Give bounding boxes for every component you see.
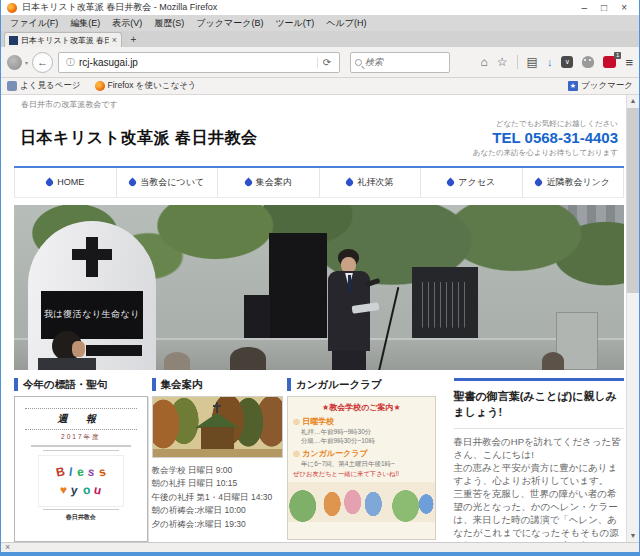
extension-caret-icon[interactable]: ▾ [25, 59, 28, 66]
nav-about[interactable]: 当教会について [117, 168, 219, 197]
menu-history[interactable]: 履歴(S) [149, 16, 189, 31]
nav-church-links[interactable]: 近隣教会リンク [523, 168, 625, 197]
menu-help[interactable]: ヘルプ(H) [321, 16, 371, 31]
url-bar[interactable]: ⓘ ⟳ [58, 52, 340, 73]
nav-leaf-icon [45, 177, 55, 187]
nav-leaf-icon [243, 177, 253, 187]
nav-leaf-icon [345, 177, 355, 187]
sidebar-divider [454, 428, 624, 429]
search-bar[interactable] [350, 52, 450, 73]
extension-icon[interactable] [7, 55, 22, 70]
maximize-button[interactable]: □ [601, 1, 607, 14]
menu-file[interactable]: ファイル(F) [5, 16, 63, 31]
audience-head [164, 352, 190, 370]
bookmark-star-icon[interactable]: ☆ [497, 55, 508, 69]
page-tagline: 春日井市の改革派教会です [21, 99, 624, 110]
tel-number: TEL 0568-31-4403 [473, 129, 618, 148]
schedule-line: 朝の祈祷会:水曜日 10:00 [152, 504, 284, 518]
scroll-down-arrow[interactable]: ▼ [627, 530, 639, 542]
bookmark-most-visited[interactable]: よく見るページ [7, 80, 81, 92]
adblock-badge: 1 [614, 52, 621, 59]
nav-label: 当教会について [140, 176, 204, 189]
nav-leaf-icon [446, 177, 456, 187]
reload-icon[interactable]: ⟳ [317, 57, 336, 68]
menu-hamburger-icon[interactable]: ≡ [625, 55, 633, 70]
menu-tools[interactable]: ツール(T) [270, 16, 319, 31]
art-letter: B [54, 464, 65, 479]
scrollbar-thumb[interactable] [627, 108, 639, 293]
site-header: 日本キリスト改革派 春日井教会 どなたでもお気軽にお越しください TEL 056… [14, 119, 624, 158]
church-school-poster-image: ★教会学校のご案内★ 日曜学校 礼拝…午前9時~9時30分 分級…午前9時30分… [287, 396, 435, 540]
bookmarks-star-icon: ★ [568, 81, 578, 91]
scroll-up-arrow[interactable]: ▲ [627, 95, 639, 107]
schedule-line: 午後の礼拝 第1・4日曜日 14:30 [152, 491, 284, 505]
painted-church-roof [195, 413, 239, 428]
close-button[interactable]: × [621, 1, 627, 14]
folder-icon [7, 81, 17, 91]
white-monument: 我は復活なり生命なり [28, 221, 156, 370]
poster-invite: ぜひお友だちと一緒に来て下さいね!! [293, 470, 429, 479]
schedule-line: 教会学校 日曜日 9:00 [152, 464, 284, 478]
url-input[interactable] [79, 57, 317, 68]
tab-close-icon[interactable]: × [112, 35, 117, 45]
bookmarks-menu-label: ブックマーク [581, 80, 633, 92]
inscribed-stone [412, 267, 478, 343]
browser-window: 日本キリスト改革派 春日井教会 - Mozilla Firefox – □ × … [0, 0, 640, 556]
library-icon[interactable]: ▤ [527, 55, 538, 69]
schedule-line: 朝の礼拝 日曜日 10:15 [152, 477, 284, 491]
cross-icon [72, 249, 112, 260]
adblock-icon[interactable]: 1 [603, 56, 616, 68]
search-input[interactable] [365, 57, 445, 67]
new-tab-button[interactable]: + [124, 33, 143, 47]
bulletin-artwork: B l e s s ♥ y o u [38, 455, 124, 507]
findbar-close-icon[interactable]: × [5, 543, 10, 552]
monument-plaque: 我は復活なり生命なり [41, 291, 143, 339]
speaker-legs [332, 351, 366, 370]
art-letter: u [93, 482, 103, 497]
minimize-button[interactable]: – [582, 1, 588, 14]
site-title: 日本キリスト改革派 春日井教会 [20, 128, 257, 149]
tel-block: どなたでもお気軽にお越しください TEL 0568-31-4403 あなたの来訪… [473, 119, 618, 158]
menu-view[interactable]: 表示(V) [107, 16, 147, 31]
firefox-icon [95, 81, 105, 91]
art-letter: o [82, 482, 91, 497]
menu-edit[interactable]: 編集(E) [65, 16, 105, 31]
tab-favicon-icon [9, 36, 18, 45]
bookmarks-bar: よく見るページ Firefox を使いこなそう ★ ブックマーク [1, 78, 639, 95]
nav-home[interactable]: HOME [14, 168, 117, 197]
bookmark-label: よく見るページ [20, 80, 81, 92]
weekly-bulletin-image: 週 報 2017年度 B l e s s ♥ [14, 396, 148, 542]
bulletin-title: 週 報 [25, 412, 137, 426]
column-kangaroo: カンガルークラブ ★教会学校のご案内★ 日曜学校 礼拝…午前9時~9時30分 分… [287, 378, 435, 540]
back-button[interactable]: ← [32, 52, 53, 73]
bulletin-year: 2017年度 [25, 433, 137, 442]
bookmark-firefox-help[interactable]: Firefox を使いこなそう [95, 80, 197, 92]
painted-ground [153, 449, 283, 457]
poster-club: カンガルークラブ [293, 448, 429, 459]
downloads-icon[interactable]: ↓ [547, 56, 553, 68]
nav-worship-order[interactable]: 礼拝次第 [320, 168, 422, 197]
tel-note-top: どなたでもお気軽にお越しください [473, 119, 618, 129]
poster-drawing [288, 482, 434, 522]
nav-label: 近隣教会リンク [546, 176, 610, 189]
nav-meetings[interactable]: 集会案内 [218, 168, 320, 197]
nav-access[interactable]: アクセス [421, 168, 523, 197]
column-slogan-title: 今年の標語・聖句 [14, 378, 148, 391]
menu-bookmarks[interactable]: ブックマーク(B) [191, 16, 268, 31]
sidebar: 聖書の御言葉(みことば)に親しみましょう! 春日井教会のHPを訪れてくださった皆… [454, 378, 624, 542]
nav-label: アクセス [458, 176, 495, 189]
tab-active[interactable]: 日本キリスト改革派 春日井教会 × [4, 32, 122, 47]
pocket-icon[interactable]: ∨ [561, 56, 573, 68]
monument-plaque-small [86, 345, 142, 356]
dark-monument [269, 233, 327, 345]
home-icon[interactable]: ⌂ [481, 55, 488, 69]
poster-line: 分級…午前9時30分~10時 [301, 436, 429, 445]
bulletin-footer: 春日井教会 [25, 513, 137, 522]
column-kangaroo-title: カンガルークラブ [287, 378, 435, 391]
ghostery-icon[interactable] [582, 56, 594, 68]
vertical-scrollbar[interactable]: ▲ ▼ [626, 95, 639, 542]
painted-cross [213, 405, 221, 407]
hero-photo: 我は復活なり生命なり [14, 205, 624, 370]
site-info-icon[interactable]: ⓘ [62, 56, 79, 69]
bookmarks-menu-button[interactable]: ★ ブックマーク [568, 80, 633, 92]
